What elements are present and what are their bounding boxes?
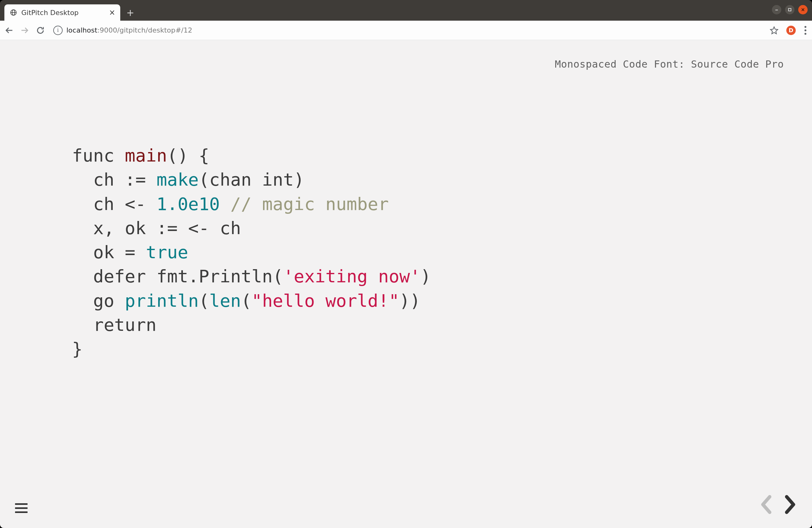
- site-info-icon[interactable]: i: [53, 26, 63, 35]
- browser-tab[interactable]: GitPitch Desktop ×: [4, 4, 120, 21]
- browser-titlebar: GitPitch Desktop × +: [0, 0, 812, 21]
- forward-button[interactable]: [20, 26, 29, 35]
- url-text: localhost:9000/gitpitch/desktop#/12: [67, 26, 192, 34]
- window-close-icon[interactable]: [798, 5, 808, 14]
- slide-header: Monospaced Code Font: Source Code Pro: [555, 58, 784, 70]
- profile-avatar[interactable]: D: [786, 26, 796, 35]
- browser-window: GitPitch Desktop × + i localhost:9000/gi…: [0, 0, 812, 528]
- browser-toolbar: i localhost:9000/gitpitch/desktop#/12 D: [0, 21, 812, 40]
- back-button[interactable]: [4, 26, 14, 35]
- slide-nav: [758, 495, 798, 515]
- prev-slide-button[interactable]: [758, 495, 774, 515]
- minimize-icon[interactable]: [772, 5, 781, 14]
- hamburger-icon[interactable]: [15, 503, 28, 513]
- close-icon[interactable]: ×: [109, 9, 115, 16]
- maximize-icon[interactable]: [785, 5, 795, 14]
- svg-rect-4: [788, 9, 791, 11]
- new-tab-button[interactable]: +: [123, 5, 138, 20]
- code-block: func main() { ch := make(chan int) ch <-…: [72, 143, 431, 361]
- toolbar-right: D: [769, 25, 808, 36]
- menu-icon[interactable]: [803, 25, 808, 36]
- star-icon[interactable]: [769, 26, 779, 35]
- page-viewport: Monospaced Code Font: Source Code Pro fu…: [0, 40, 812, 528]
- reload-button[interactable]: [36, 26, 45, 35]
- next-slide-button[interactable]: [782, 495, 798, 515]
- address-bar[interactable]: i localhost:9000/gitpitch/desktop#/12: [52, 26, 763, 35]
- globe-icon: [10, 9, 17, 17]
- window-controls: [772, 5, 808, 14]
- tab-title: GitPitch Desktop: [21, 9, 105, 17]
